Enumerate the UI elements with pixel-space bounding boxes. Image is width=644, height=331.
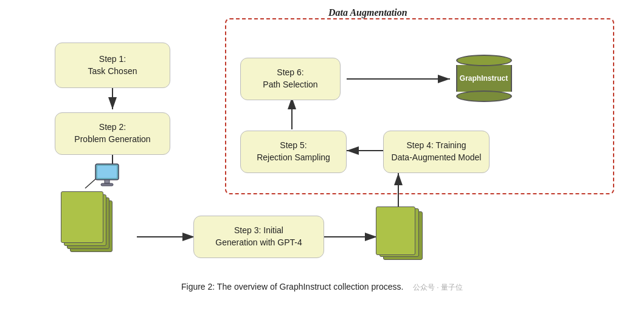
step1-label: Step 1: Task Chosen xyxy=(88,53,137,77)
computer-monitor-icon xyxy=(94,163,120,189)
step2-label: Step 2: Problem Generation xyxy=(74,121,150,145)
step2-box: Step 2: Problem Generation xyxy=(55,112,170,155)
watermark: 公众号 · 量子位 xyxy=(413,283,463,292)
step6-box: Step 6: Path Selection xyxy=(240,58,341,100)
stacked-pages-left xyxy=(61,194,116,255)
svg-rect-12 xyxy=(97,166,117,178)
graphinstruct-label: GraphInstruct xyxy=(460,74,508,83)
step5-label: Step 5: Rejection Sampling xyxy=(257,140,330,163)
svg-rect-14 xyxy=(101,183,113,186)
diagram-container: Data Augmentation Step 1: Task Chosen St… xyxy=(0,0,644,298)
step4-box: Step 4: Training Data-Augmented Model xyxy=(383,131,490,173)
data-augmentation-label: Data Augmentation xyxy=(328,7,407,18)
graphinstruct-cylinder: GraphInstruct xyxy=(455,55,513,102)
step1-box: Step 1: Task Chosen xyxy=(55,43,170,88)
step5-box: Step 5: Rejection Sampling xyxy=(240,131,347,173)
figure-caption: Figure 2: The overview of GraphInstruct … xyxy=(181,282,463,293)
step3-box: Step 3: Initial Generation with GPT-4 xyxy=(193,216,324,258)
stacked-pages-right xyxy=(376,206,424,264)
step4-label: Step 4: Training Data-Augmented Model xyxy=(392,140,482,163)
svg-rect-13 xyxy=(105,180,109,183)
step3-label: Step 3: Initial Generation with GPT-4 xyxy=(215,225,302,248)
step6-label: Step 6: Path Selection xyxy=(263,67,317,90)
